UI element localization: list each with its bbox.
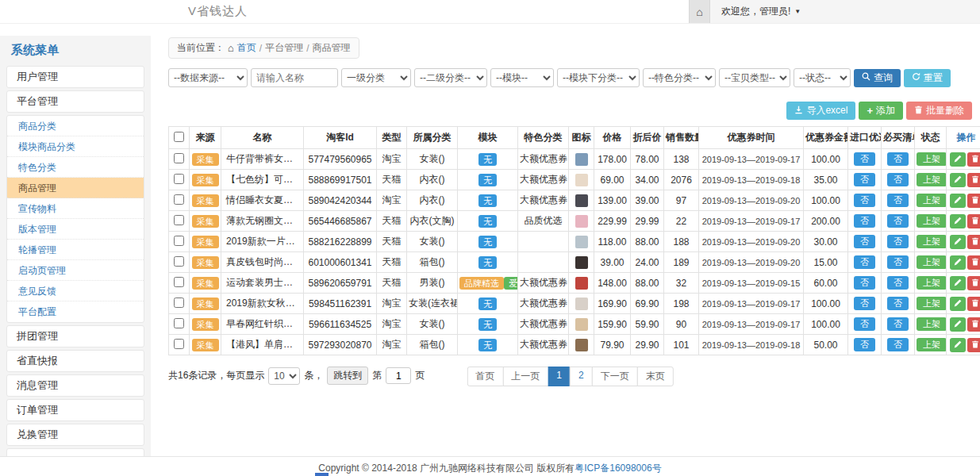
name-search-input[interactable] — [251, 68, 338, 87]
sidebar-subitem[interactable]: 轮播管理 — [7, 240, 144, 260]
row-checkbox[interactable] — [174, 194, 184, 205]
must-buy-toggle[interactable]: 否 — [887, 317, 909, 331]
delete-button[interactable] — [967, 235, 980, 249]
edit-button[interactable] — [950, 338, 966, 352]
pagination-nav-button[interactable]: 末页 — [637, 367, 674, 386]
import-select-toggle[interactable]: 否 — [854, 276, 875, 290]
row-checkbox[interactable] — [174, 236, 184, 246]
sidebar-subitem[interactable]: 模块商品分类 — [7, 136, 144, 157]
sidebar-subitem[interactable]: 启动页管理 — [7, 260, 144, 281]
row-checkbox[interactable] — [174, 153, 184, 163]
import-select-toggle[interactable]: 否 — [854, 235, 875, 248]
sidebar-subitem[interactable]: 特色分类 — [7, 157, 144, 178]
status-button[interactable]: 上架 — [917, 338, 947, 351]
sidebar-subitem[interactable]: 意见反馈 — [7, 281, 144, 301]
filter-select-5[interactable]: --宝贝类型-- — [719, 68, 790, 87]
icp-link[interactable]: 粤ICP备16098006号 — [575, 463, 661, 474]
status-button[interactable]: 上架 — [917, 173, 947, 186]
filter-select-1[interactable]: --二级分类-- — [414, 68, 487, 87]
row-checkbox[interactable] — [174, 256, 184, 267]
import-excel-button[interactable]: 导入excel — [786, 102, 855, 120]
delete-button[interactable] — [967, 255, 980, 270]
status-button[interactable]: 上架 — [917, 194, 947, 207]
delete-button[interactable] — [967, 317, 980, 332]
per-page-select[interactable]: 10 — [268, 367, 300, 385]
pagination-nav-button[interactable]: 上一页 — [502, 367, 548, 386]
status-button[interactable]: 上架 — [917, 152, 947, 166]
must-buy-toggle[interactable]: 否 — [887, 255, 909, 269]
delete-button[interactable] — [967, 276, 980, 290]
status-button[interactable]: 上架 — [917, 214, 947, 228]
must-buy-toggle[interactable]: 否 — [887, 338, 909, 351]
edit-button[interactable] — [950, 255, 966, 270]
import-select-toggle[interactable]: 否 — [854, 297, 875, 310]
import-select-toggle[interactable]: 否 — [854, 317, 875, 331]
pagination-nav-button[interactable]: 下一页 — [592, 367, 638, 386]
sidebar-subitem[interactable]: 商品分类 — [7, 116, 144, 136]
delete-button[interactable] — [967, 214, 980, 228]
breadcrumb-home-link[interactable]: 首页 — [237, 41, 256, 55]
import-select-toggle[interactable]: 否 — [854, 214, 875, 228]
sidebar-subitem[interactable]: 平台配置 — [7, 301, 144, 322]
must-buy-toggle[interactable]: 否 — [887, 214, 909, 228]
home-button[interactable]: ⌂ — [689, 0, 710, 23]
status-button[interactable]: 上架 — [917, 276, 947, 290]
import-select-toggle[interactable]: 否 — [854, 194, 875, 207]
import-select-toggle[interactable]: 否 — [854, 255, 875, 269]
status-button[interactable]: 上架 — [917, 255, 947, 269]
jump-button[interactable]: 跳转到 — [327, 367, 368, 385]
sidebar-subitem[interactable]: 宣传物料 — [7, 198, 144, 219]
edit-button[interactable] — [950, 276, 966, 290]
row-checkbox[interactable] — [174, 215, 184, 225]
edit-button[interactable] — [950, 297, 966, 311]
status-button[interactable]: 上架 — [917, 297, 947, 310]
select-all-checkbox[interactable] — [174, 132, 184, 142]
edit-button[interactable] — [950, 194, 966, 208]
must-buy-toggle[interactable]: 否 — [887, 235, 909, 248]
sidebar-item[interactable]: 消息管理 — [6, 374, 144, 397]
filter-select-source[interactable]: --数据来源-- — [168, 68, 248, 87]
must-buy-toggle[interactable]: 否 — [887, 276, 909, 290]
chevron-down-icon[interactable]: ▼ — [794, 8, 801, 15]
must-buy-toggle[interactable]: 否 — [887, 194, 909, 207]
delete-button[interactable] — [967, 297, 980, 311]
add-button[interactable]: + 添加 — [859, 102, 903, 120]
import-select-toggle[interactable]: 否 — [854, 338, 875, 351]
pagination-nav-button[interactable]: 首页 — [467, 367, 503, 386]
edit-button[interactable] — [950, 173, 966, 187]
row-checkbox[interactable] — [174, 339, 184, 349]
sidebar-item[interactable]: 省直快报 — [6, 350, 144, 372]
sidebar-item-clipped[interactable] — [6, 448, 144, 456]
filter-select-2[interactable]: --模块-- — [490, 68, 554, 87]
row-checkbox[interactable] — [174, 298, 184, 308]
page-number-input[interactable] — [386, 367, 411, 384]
sidebar-item[interactable]: 订单管理 — [6, 399, 144, 421]
must-buy-toggle[interactable]: 否 — [887, 297, 909, 310]
row-checkbox[interactable] — [174, 174, 184, 184]
edit-button[interactable] — [950, 152, 966, 167]
edit-button[interactable] — [950, 214, 966, 228]
row-checkbox[interactable] — [174, 277, 184, 287]
pagination-page-button[interactable]: 1 — [548, 367, 571, 386]
batch-delete-button[interactable]: 批量删除 — [906, 102, 972, 120]
status-button[interactable]: 上架 — [917, 235, 947, 248]
filter-select-0[interactable]: 一级分类 — [341, 68, 411, 87]
pagination-page-button[interactable]: 2 — [570, 367, 593, 386]
sidebar-item[interactable]: 兑换管理 — [6, 424, 144, 446]
sidebar-subitem[interactable]: 版本管理 — [7, 219, 144, 240]
edit-button[interactable] — [950, 235, 966, 249]
horizontal-scrollbar-thumb[interactable] — [315, 473, 329, 476]
filter-select-4[interactable]: --特色分类-- — [643, 68, 716, 87]
delete-button[interactable] — [967, 152, 980, 167]
reset-button[interactable]: 重置 — [904, 69, 951, 87]
delete-button[interactable] — [967, 194, 980, 208]
must-buy-toggle[interactable]: 否 — [887, 152, 909, 166]
edit-button[interactable] — [950, 317, 966, 332]
filter-select-3[interactable]: --模块下分类-- — [557, 68, 640, 87]
sidebar-item[interactable]: 拼团管理 — [6, 325, 144, 347]
sidebar-item[interactable]: 用户管理 — [6, 66, 144, 88]
sidebar-subitem[interactable]: 商品管理 — [7, 178, 144, 198]
must-buy-toggle[interactable]: 否 — [887, 173, 909, 186]
sidebar-item[interactable]: 平台管理 — [6, 90, 144, 113]
status-button[interactable]: 上架 — [917, 317, 947, 331]
